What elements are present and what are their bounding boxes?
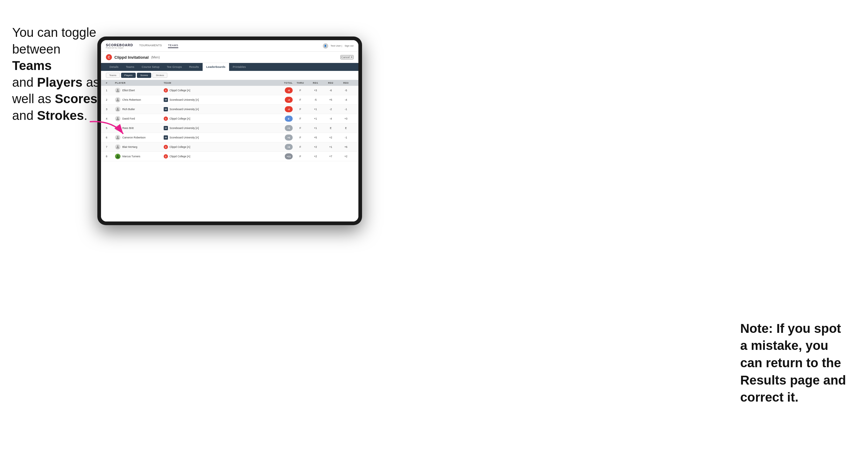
svg-point-2 — [117, 98, 119, 100]
col-player: PLAYER — [115, 82, 164, 84]
col-rd2: RD2 — [323, 82, 338, 84]
toggle-strokes-button[interactable]: Strokes — [152, 73, 167, 78]
tournament-header: C Clippd Invitational (Men) Cancel ✕ — [101, 52, 359, 63]
thru: F — [293, 117, 308, 120]
player-name: David Ford — [122, 117, 135, 120]
team-logo: SB — [164, 126, 168, 130]
sub-nav: Details Teams Course Setup Tee Groups Re… — [101, 63, 359, 71]
svg-point-6 — [117, 136, 119, 137]
tablet-screen: SCOREBOARD Powered by clippd TOURNAMENTS… — [101, 40, 359, 221]
rd1: +2 — [308, 146, 323, 149]
main-nav: TOURNAMENTS TEAMS — [139, 44, 322, 48]
toggle-players-button[interactable]: Players — [121, 73, 136, 78]
score-badge: +11 — [285, 153, 293, 159]
player-cell: Elliot Ebert — [115, 88, 164, 93]
sign-out-link[interactable]: Sign out — [345, 44, 353, 47]
sub-nav-tee-groups[interactable]: Tee Groups — [163, 63, 186, 71]
sub-nav-teams[interactable]: Teams — [122, 63, 138, 71]
col-total: TOTAL — [274, 82, 293, 84]
rank: 8 — [106, 155, 115, 158]
team-cell: SB Scoreboard University [A] — [164, 107, 274, 111]
tournament-gender: (Men) — [151, 55, 160, 59]
thru: F — [293, 89, 308, 92]
team-name: Clippd College [A] — [169, 155, 190, 158]
player-name: Elliot Ebert — [122, 89, 135, 92]
table-header: # PLAYER TEAM TOTAL THRU RD1 RD2 RD3 — [101, 80, 359, 86]
col-thru: THRU — [293, 82, 308, 84]
table-row: 5 Rees Britt SB Scoreboard University [A… — [101, 124, 359, 133]
score-badge: +8 — [285, 144, 293, 150]
app-header: SCOREBOARD Powered by clippd TOURNAMENTS… — [101, 40, 359, 52]
col-rd1: RD1 — [308, 82, 323, 84]
player-name: Rich Butler — [122, 108, 135, 111]
toggle-teams-button[interactable]: Teams — [106, 73, 120, 78]
player-name: Marcus Turners — [122, 155, 140, 158]
nav-teams[interactable]: TEAMS — [168, 44, 178, 48]
player-cell: Blair McHarg — [115, 144, 164, 150]
player-avatar — [115, 154, 121, 159]
cancel-button[interactable]: Cancel ✕ — [340, 55, 353, 59]
sub-nav-details[interactable]: Details — [106, 63, 122, 71]
svg-point-4 — [117, 117, 119, 119]
team-logo: C — [164, 88, 168, 92]
toggle-bar: Teams Players Scores Strokes — [101, 71, 359, 80]
rank: 6 — [106, 136, 115, 139]
thru: F — [293, 136, 308, 139]
user-name: Test User | — [331, 44, 342, 47]
sub-nav-results[interactable]: Results — [186, 63, 203, 71]
tournament-logo: C — [106, 54, 112, 60]
rd3: -1 — [338, 108, 353, 111]
thru: F — [293, 146, 308, 149]
rank: 3 — [106, 108, 115, 111]
thru: F — [293, 155, 308, 158]
sub-nav-leaderboards[interactable]: Leaderboards — [203, 63, 229, 71]
rd2: -6 — [323, 89, 338, 92]
rd2: +7 — [323, 155, 338, 158]
rd1: +1 — [308, 127, 323, 130]
toggle-scores-button[interactable]: Scores — [137, 73, 151, 78]
rd3: -5 — [338, 89, 353, 92]
leaderboard-table: # PLAYER TEAM TOTAL THRU RD1 RD2 RD3 1 E… — [101, 80, 359, 221]
player-cell: Chris Robertson — [115, 97, 164, 102]
svg-point-7 — [117, 146, 119, 147]
sub-nav-course-setup[interactable]: Course Setup — [138, 63, 163, 71]
rd2: +1 — [323, 146, 338, 149]
tournament-name: Clippd Invitational — [114, 55, 149, 60]
rank: 7 — [106, 146, 115, 149]
team-logo: C — [164, 145, 168, 149]
sub-nav-printables[interactable]: Printables — [229, 63, 249, 71]
player-avatar — [115, 125, 121, 131]
players-bold: Players — [37, 75, 83, 89]
player-cell: Rees Britt — [115, 125, 164, 131]
table-row: 7 Blair McHarg C Clippd College [A] +8 F… — [101, 143, 359, 152]
rd2: -2 — [323, 108, 338, 111]
scores-bold: Scores — [55, 92, 97, 106]
rd1: +5 — [308, 136, 323, 139]
player-name: Rees Britt — [122, 127, 133, 130]
player-avatar — [115, 116, 121, 121]
table-row: 6 Cameron Robertson SB Scoreboard Univer… — [101, 133, 359, 143]
rd1: +1 — [308, 108, 323, 111]
rd3: -4 — [338, 98, 353, 101]
team-name: Clippd College [A] — [169, 117, 190, 120]
nav-tournaments[interactable]: TOURNAMENTS — [139, 44, 162, 48]
svg-point-3 — [117, 108, 119, 109]
rd1: +1 — [308, 117, 323, 120]
rd2: -4 — [323, 117, 338, 120]
col-rd3: RD3 — [338, 82, 353, 84]
left-annotation: You can toggle between Teams and Players… — [12, 24, 100, 124]
team-logo: C — [164, 117, 168, 121]
player-avatar — [115, 106, 121, 112]
rd1: +2 — [308, 155, 323, 158]
team-name: Clippd College [A] — [169, 146, 190, 149]
team-cell: C Clippd College [A] — [164, 145, 274, 149]
col-team: TEAM — [164, 82, 274, 84]
svg-point-8 — [117, 155, 119, 156]
table-row: 4 David Ford C Clippd College [A] E F +1… — [101, 114, 359, 124]
table-row: 8 Marcus Turners C Clippd College [A] +1… — [101, 152, 359, 161]
table-row: 1 Elliot Ebert C Clippd College [A] -8 F… — [101, 86, 359, 95]
team-name: Scoreboard University [A] — [169, 108, 199, 111]
thru: F — [293, 98, 308, 101]
right-annotation: Note: If you spota mistake, youcan retur… — [740, 320, 856, 406]
team-logo: SB — [164, 107, 168, 111]
